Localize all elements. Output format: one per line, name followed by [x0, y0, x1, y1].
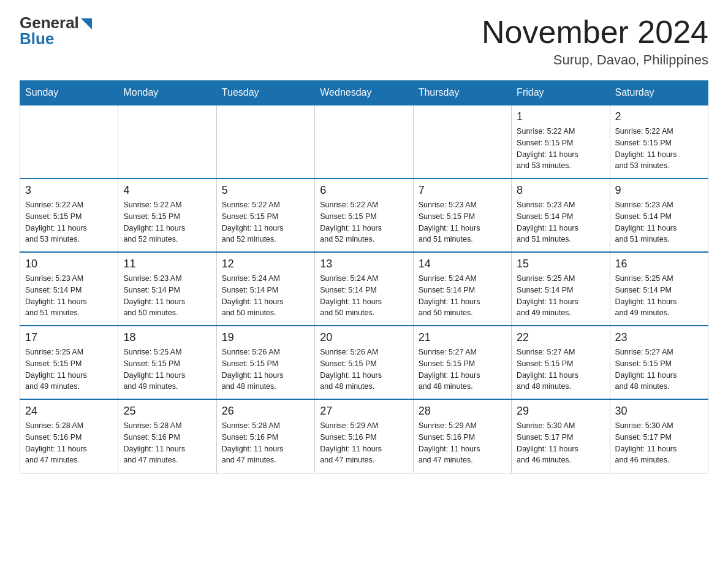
- day-number: 4: [123, 184, 211, 197]
- day-info: Sunrise: 5:26 AMSunset: 5:15 PMDaylight:…: [222, 347, 309, 393]
- calendar-cell: 26Sunrise: 5:28 AMSunset: 5:16 PMDayligh…: [216, 399, 314, 473]
- day-info: Sunrise: 5:22 AMSunset: 5:15 PMDaylight:…: [123, 199, 211, 245]
- day-info: Sunrise: 5:22 AMSunset: 5:15 PMDaylight:…: [25, 199, 113, 245]
- calendar-cell: 25Sunrise: 5:28 AMSunset: 5:16 PMDayligh…: [118, 399, 216, 473]
- day-number: 15: [517, 258, 604, 270]
- day-info: Sunrise: 5:28 AMSunset: 5:16 PMDaylight:…: [25, 420, 113, 466]
- day-header-saturday: Saturday: [610, 81, 708, 105]
- day-number: 19: [222, 331, 309, 344]
- day-header-tuesday: Tuesday: [216, 81, 314, 105]
- calendar-cell: 10Sunrise: 5:23 AMSunset: 5:14 PMDayligh…: [20, 252, 118, 326]
- logo-general-text: General: [20, 15, 79, 31]
- day-info: Sunrise: 5:22 AMSunset: 5:15 PMDaylight:…: [517, 126, 604, 172]
- logo-arrow-icon: [81, 16, 92, 32]
- day-info: Sunrise: 5:25 AMSunset: 5:14 PMDaylight:…: [517, 273, 604, 319]
- title-area: November 2024 Surup, Davao, Philippines: [482, 15, 708, 68]
- calendar-cell: 9Sunrise: 5:23 AMSunset: 5:14 PMDaylight…: [610, 178, 708, 252]
- day-info: Sunrise: 5:30 AMSunset: 5:17 PMDaylight:…: [615, 420, 703, 466]
- calendar-cell: 22Sunrise: 5:27 AMSunset: 5:15 PMDayligh…: [512, 326, 610, 399]
- day-info: Sunrise: 5:25 AMSunset: 5:15 PMDaylight:…: [25, 347, 113, 393]
- calendar-cell: 16Sunrise: 5:25 AMSunset: 5:14 PMDayligh…: [610, 252, 708, 326]
- logo: General Blue: [20, 15, 92, 47]
- calendar-cell: 14Sunrise: 5:24 AMSunset: 5:14 PMDayligh…: [413, 252, 511, 326]
- day-number: 5: [222, 184, 309, 197]
- day-info: Sunrise: 5:24 AMSunset: 5:14 PMDaylight:…: [419, 273, 506, 319]
- week-row-4: 24Sunrise: 5:28 AMSunset: 5:16 PMDayligh…: [20, 399, 708, 473]
- calendar-cell: 15Sunrise: 5:25 AMSunset: 5:14 PMDayligh…: [512, 252, 610, 326]
- calendar-cell: 30Sunrise: 5:30 AMSunset: 5:17 PMDayligh…: [610, 399, 708, 473]
- calendar-cell: 29Sunrise: 5:30 AMSunset: 5:17 PMDayligh…: [512, 399, 610, 473]
- day-number: 30: [615, 405, 703, 418]
- calendar-cell: 7Sunrise: 5:23 AMSunset: 5:15 PMDaylight…: [413, 178, 511, 252]
- day-info: Sunrise: 5:23 AMSunset: 5:14 PMDaylight:…: [25, 273, 113, 319]
- day-number: 8: [517, 184, 604, 197]
- week-row-0: 1Sunrise: 5:22 AMSunset: 5:15 PMDaylight…: [20, 105, 708, 178]
- day-info: Sunrise: 5:22 AMSunset: 5:15 PMDaylight:…: [222, 199, 309, 245]
- calendar-cell: [216, 105, 314, 178]
- day-number: 26: [222, 405, 309, 418]
- day-number: 22: [517, 331, 604, 344]
- svg-marker-0: [81, 18, 92, 29]
- calendar-cell: 21Sunrise: 5:27 AMSunset: 5:15 PMDayligh…: [413, 326, 511, 399]
- week-row-3: 17Sunrise: 5:25 AMSunset: 5:15 PMDayligh…: [20, 326, 708, 399]
- calendar-cell: [118, 105, 216, 178]
- day-number: 20: [320, 331, 408, 344]
- day-number: 12: [222, 258, 309, 270]
- calendar-table: SundayMondayTuesdayWednesdayThursdayFrid…: [20, 80, 708, 473]
- day-header-sunday: Sunday: [20, 81, 118, 105]
- logo-blue-text: Blue: [20, 31, 92, 47]
- calendar-cell: 1Sunrise: 5:22 AMSunset: 5:15 PMDaylight…: [512, 105, 610, 178]
- day-number: 28: [419, 405, 506, 418]
- day-info: Sunrise: 5:25 AMSunset: 5:15 PMDaylight:…: [123, 347, 211, 393]
- day-info: Sunrise: 5:27 AMSunset: 5:15 PMDaylight:…: [517, 347, 604, 393]
- location-title: Surup, Davao, Philippines: [482, 52, 708, 68]
- calendar-cell: [315, 105, 413, 178]
- day-number: 21: [419, 331, 506, 344]
- day-number: 11: [123, 258, 211, 270]
- calendar-cell: 11Sunrise: 5:23 AMSunset: 5:14 PMDayligh…: [118, 252, 216, 326]
- calendar-cell: 2Sunrise: 5:22 AMSunset: 5:15 PMDaylight…: [610, 105, 708, 178]
- day-info: Sunrise: 5:27 AMSunset: 5:15 PMDaylight:…: [615, 347, 703, 393]
- day-number: 24: [25, 405, 113, 418]
- day-info: Sunrise: 5:30 AMSunset: 5:17 PMDaylight:…: [517, 420, 604, 466]
- calendar-cell: 12Sunrise: 5:24 AMSunset: 5:14 PMDayligh…: [216, 252, 314, 326]
- day-info: Sunrise: 5:22 AMSunset: 5:15 PMDaylight:…: [615, 126, 703, 172]
- calendar-cell: 23Sunrise: 5:27 AMSunset: 5:15 PMDayligh…: [610, 326, 708, 399]
- calendar-cell: 27Sunrise: 5:29 AMSunset: 5:16 PMDayligh…: [315, 399, 413, 473]
- day-number: 23: [615, 331, 703, 344]
- calendar-cell: 17Sunrise: 5:25 AMSunset: 5:15 PMDayligh…: [20, 326, 118, 399]
- day-number: 27: [320, 405, 408, 418]
- month-year-title: November 2024: [482, 15, 708, 50]
- day-info: Sunrise: 5:24 AMSunset: 5:14 PMDaylight:…: [320, 273, 408, 319]
- day-info: Sunrise: 5:28 AMSunset: 5:16 PMDaylight:…: [222, 420, 309, 466]
- calendar-cell: 18Sunrise: 5:25 AMSunset: 5:15 PMDayligh…: [118, 326, 216, 399]
- day-info: Sunrise: 5:22 AMSunset: 5:15 PMDaylight:…: [320, 199, 408, 245]
- day-info: Sunrise: 5:25 AMSunset: 5:14 PMDaylight:…: [615, 273, 703, 319]
- calendar-cell: 13Sunrise: 5:24 AMSunset: 5:14 PMDayligh…: [315, 252, 413, 326]
- day-info: Sunrise: 5:29 AMSunset: 5:16 PMDaylight:…: [320, 420, 408, 466]
- day-info: Sunrise: 5:29 AMSunset: 5:16 PMDaylight:…: [419, 420, 506, 466]
- day-number: 17: [25, 331, 113, 344]
- week-row-1: 3Sunrise: 5:22 AMSunset: 5:15 PMDaylight…: [20, 178, 708, 252]
- day-info: Sunrise: 5:24 AMSunset: 5:14 PMDaylight:…: [222, 273, 309, 319]
- day-number: 10: [25, 258, 113, 270]
- day-header-friday: Friday: [512, 81, 610, 105]
- day-info: Sunrise: 5:23 AMSunset: 5:15 PMDaylight:…: [419, 199, 506, 245]
- day-number: 29: [517, 405, 604, 418]
- day-info: Sunrise: 5:23 AMSunset: 5:14 PMDaylight:…: [517, 199, 604, 245]
- day-number: 2: [615, 110, 703, 123]
- day-info: Sunrise: 5:26 AMSunset: 5:15 PMDaylight:…: [320, 347, 408, 393]
- day-info: Sunrise: 5:23 AMSunset: 5:14 PMDaylight:…: [123, 273, 211, 319]
- day-header-wednesday: Wednesday: [315, 81, 413, 105]
- day-number: 16: [615, 258, 703, 270]
- calendar-cell: 19Sunrise: 5:26 AMSunset: 5:15 PMDayligh…: [216, 326, 314, 399]
- day-number: 18: [123, 331, 211, 344]
- day-number: 14: [419, 258, 506, 270]
- calendar-cell: 5Sunrise: 5:22 AMSunset: 5:15 PMDaylight…: [216, 178, 314, 252]
- day-number: 25: [123, 405, 211, 418]
- logo-row1: General: [20, 15, 92, 31]
- calendar-cell: 4Sunrise: 5:22 AMSunset: 5:15 PMDaylight…: [118, 178, 216, 252]
- calendar-cell: [20, 105, 118, 178]
- calendar-cell: 20Sunrise: 5:26 AMSunset: 5:15 PMDayligh…: [315, 326, 413, 399]
- header: General Blue November 2024 Surup, Davao,…: [20, 15, 708, 68]
